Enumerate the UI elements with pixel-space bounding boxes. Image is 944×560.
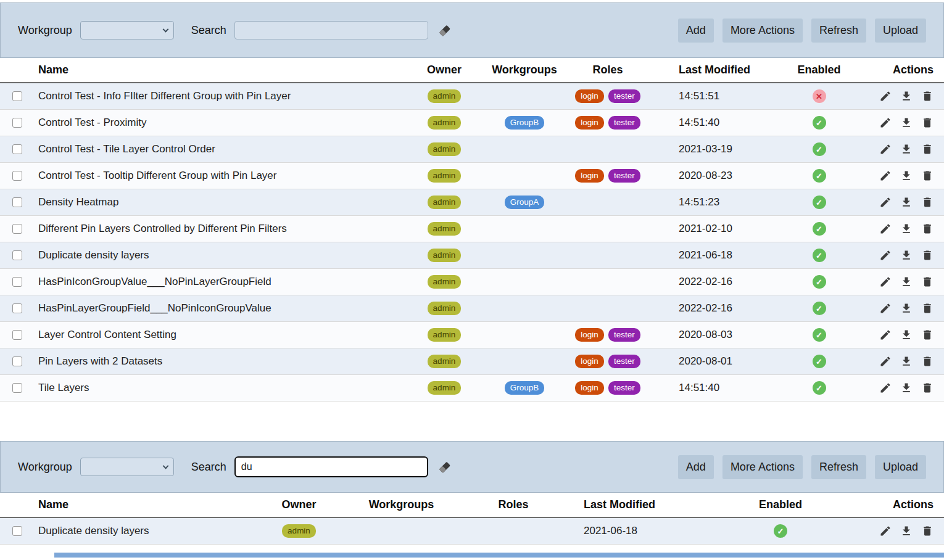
add-button[interactable]: Add [678,455,714,479]
role-badge-login: login [575,89,604,103]
column-header-roles: Roles [452,493,574,517]
trash-icon[interactable] [921,355,934,368]
more-actions-button[interactable]: More Actions [722,455,803,479]
name-cell: Control Test - Info FIlter Different Gro… [35,90,407,102]
table-row: Control Test - Info FIlter Different Gro… [0,83,944,110]
row-checkbox[interactable] [12,526,22,536]
edit-icon[interactable] [879,170,892,182]
download-icon[interactable] [900,143,913,155]
edit-icon[interactable] [879,329,892,341]
download-icon[interactable] [900,276,913,288]
panel-gap [0,401,944,441]
last-modified-cell: 2021-06-18 [648,249,777,261]
trash-icon[interactable] [921,276,934,288]
row-checkbox[interactable] [12,303,22,313]
edit-icon[interactable] [879,223,892,235]
row-checkbox[interactable] [12,224,22,234]
eraser-icon[interactable] [437,23,452,38]
last-modified-value: 2021-03-19 [679,143,732,155]
trash-icon[interactable] [921,90,934,102]
edit-icon[interactable] [879,143,892,155]
edit-icon[interactable] [879,276,892,288]
download-icon[interactable] [900,249,913,261]
workgroup-select[interactable] [80,21,174,39]
role-badge-tester: tester [608,169,640,183]
row-checkbox[interactable] [12,144,22,154]
row-checkbox[interactable] [12,91,22,101]
edit-icon[interactable] [879,302,892,315]
column-header-checkbox [0,65,35,76]
edit-icon[interactable] [879,90,892,102]
refresh-button[interactable]: Refresh [811,455,866,479]
search-input[interactable] [234,456,428,477]
edit-icon[interactable] [879,525,892,537]
checkbox-cell [0,224,35,234]
upload-button[interactable]: Upload [875,19,926,43]
download-icon[interactable] [900,117,913,129]
name-cell: Density Heatmap [35,196,407,208]
download-icon[interactable] [900,355,913,368]
edit-icon[interactable] [879,355,892,368]
edit-icon[interactable] [879,117,892,129]
trash-icon[interactable] [921,525,934,537]
row-checkbox[interactable] [12,250,22,260]
owner-cell: admin [407,302,481,315]
download-icon[interactable] [900,90,913,102]
trash-icon[interactable] [921,196,934,208]
edit-icon[interactable] [879,382,892,394]
last-modified-value: 14:51:23 [679,196,719,208]
download-icon[interactable] [900,382,913,394]
table-row: Control Test - Tile Layer Control Ordera… [0,136,944,163]
download-icon[interactable] [900,170,913,182]
row-checkbox[interactable] [12,356,22,366]
owner-cell: admin [407,249,481,262]
trash-icon[interactable] [921,329,934,341]
edit-icon[interactable] [879,249,892,261]
name-cell: Pin Layers with 2 Datasets [35,355,407,368]
add-button[interactable]: Add [678,19,714,43]
trash-icon[interactable] [921,302,934,315]
enabled-cell: ✕ [777,89,861,103]
search-input[interactable] [234,21,428,39]
workgroup-select-input[interactable] [81,22,173,39]
upload-button[interactable]: Upload [875,455,926,479]
row-checkbox[interactable] [12,277,22,287]
partial-footer-bar [54,553,944,558]
more-actions-button[interactable]: More Actions [722,19,803,43]
download-icon[interactable] [900,223,913,235]
row-checkbox[interactable] [12,118,22,128]
trash-icon[interactable] [921,249,934,261]
role-badge-tester: tester [608,89,640,103]
download-icon[interactable] [900,196,913,208]
download-icon[interactable] [900,302,913,315]
download-icon[interactable] [900,525,913,537]
table-row: Control Test - Tooltip Different Group w… [0,163,944,189]
row-checkbox[interactable] [12,171,22,181]
table-row: Control Test - ProximityadminGroupBlogin… [0,110,944,136]
trash-icon[interactable] [921,382,934,394]
row-checkbox[interactable] [12,197,22,207]
eraser-icon[interactable] [437,460,452,474]
row-checkbox[interactable] [12,383,22,393]
refresh-button[interactable]: Refresh [811,19,866,43]
trash-icon[interactable] [921,117,934,129]
workgroup-select[interactable] [80,458,174,476]
last-modified-value: 14:51:40 [679,382,719,393]
edit-icon[interactable] [879,196,892,208]
trash-icon[interactable] [921,223,934,235]
actions-cell [861,249,944,261]
last-modified-value: 2022-02-16 [679,302,732,314]
checkbox-cell [0,91,35,101]
owner-cell: admin [407,381,481,395]
trash-icon[interactable] [921,143,934,155]
name-cell: Tile Layers [35,382,407,394]
row-checkbox[interactable] [12,330,22,340]
actions-cell [861,223,944,235]
owner-cell: admin [407,196,481,209]
owner-badge: admin [428,249,462,262]
workgroup-select-input[interactable] [81,458,173,476]
trash-icon[interactable] [921,170,934,182]
row-name: Control Test - Info FIlter Different Gro… [38,90,291,102]
download-icon[interactable] [900,329,913,341]
workgroup-badge: GroupB [505,381,545,395]
